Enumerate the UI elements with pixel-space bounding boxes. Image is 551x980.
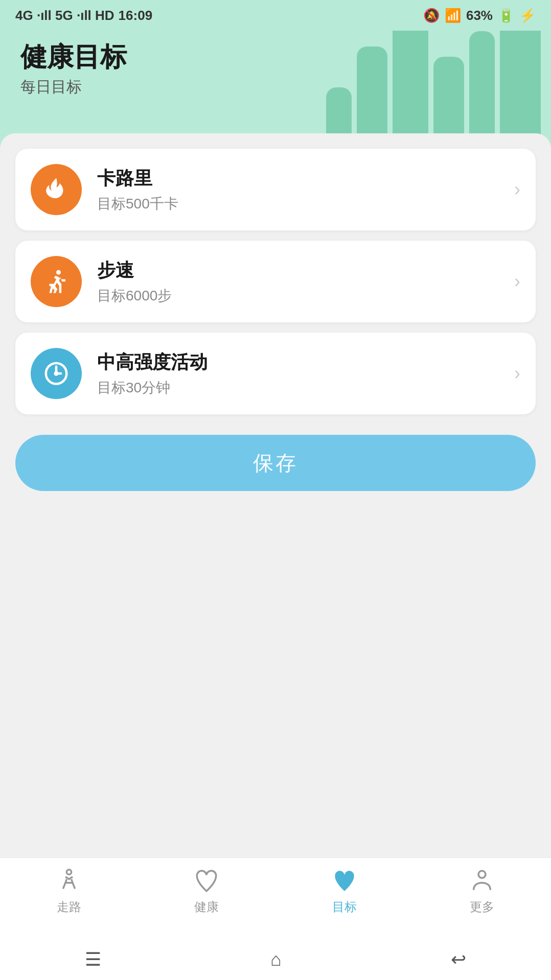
system-nav-bar: ☰ ⌂ ↩	[0, 939, 551, 980]
header-area: 健康目标 每日目标	[0, 31, 551, 149]
activity-title: 中高强度活动	[97, 350, 514, 375]
calories-icon-bg	[31, 164, 82, 215]
save-button[interactable]: 保存	[15, 435, 536, 491]
status-bar: 4G ·ıll 5G ·ıll HD 16:09 🔕 📶 63% 🔋 ⚡	[0, 0, 551, 31]
steps-desc: 目标6000步	[97, 286, 514, 306]
main-content: 卡路里 目标500千卡 › 步速 目标6000步 ›	[0, 133, 551, 506]
activity-info: 中高强度活动 目标30分钟	[97, 350, 514, 398]
sys-back-button[interactable]: ↩	[451, 949, 466, 970]
activity-desc: 目标30分钟	[97, 378, 514, 398]
clock-icon	[42, 360, 70, 387]
nav-item-walk[interactable]: 走路	[0, 866, 138, 915]
charge-icon: ⚡	[519, 8, 536, 24]
activity-card[interactable]: 中高强度活动 目标30分钟 ›	[15, 333, 536, 414]
sys-menu-button[interactable]: ☰	[85, 949, 101, 970]
health-nav-label: 健康	[194, 899, 219, 915]
svg-point-6	[478, 871, 486, 878]
nav-item-health[interactable]: 健康	[138, 866, 276, 915]
battery-display: 63%	[466, 8, 493, 24]
cactus-6	[500, 31, 541, 149]
calories-arrow[interactable]: ›	[514, 179, 520, 200]
calories-desc: 目标500千卡	[97, 194, 514, 214]
status-right: 🔕 📶 63% 🔋 ⚡	[423, 8, 536, 24]
walk-nav-label: 走路	[57, 899, 81, 915]
svg-point-0	[56, 270, 61, 275]
bottom-nav: 走路 健康 目标 更多	[0, 857, 551, 939]
status-left: 4G ·ıll 5G ·ıll HD 16:09	[15, 8, 152, 24]
cactus-decoration	[326, 31, 541, 149]
more-nav-label: 更多	[470, 899, 494, 915]
steps-card[interactable]: 步速 目标6000步 ›	[15, 241, 536, 322]
target-nav-label: 目标	[332, 899, 357, 915]
network-indicator: 4G ·ıll 5G ·ıll HD	[15, 8, 114, 24]
calories-title: 卡路里	[97, 166, 514, 191]
run-icon	[42, 268, 70, 295]
target-nav-icon	[330, 866, 359, 895]
calories-card[interactable]: 卡路里 目标500千卡 ›	[15, 149, 536, 230]
battery-icon: 🔋	[498, 8, 514, 24]
fire-icon	[42, 176, 70, 203]
notification-icon: 🔕	[423, 8, 440, 24]
wifi-icon: 📶	[445, 8, 461, 24]
cactus-3	[393, 31, 428, 149]
walk-nav-icon	[55, 866, 83, 895]
sys-home-button[interactable]: ⌂	[270, 949, 282, 970]
steps-arrow[interactable]: ›	[514, 271, 520, 292]
more-nav-icon	[468, 866, 496, 895]
steps-icon-bg	[31, 256, 82, 307]
svg-point-5	[66, 870, 71, 874]
activity-arrow[interactable]: ›	[514, 363, 520, 384]
nav-item-more[interactable]: 更多	[414, 866, 552, 915]
steps-info: 步速 目标6000步	[97, 258, 514, 306]
calories-info: 卡路里 目标500千卡	[97, 166, 514, 214]
cactus-5	[469, 31, 495, 149]
steps-title: 步速	[97, 258, 514, 283]
activity-icon-bg	[31, 348, 82, 399]
nav-item-target[interactable]: 目标	[276, 866, 414, 915]
time-display: 16:09	[119, 8, 153, 24]
health-nav-icon	[192, 866, 221, 895]
